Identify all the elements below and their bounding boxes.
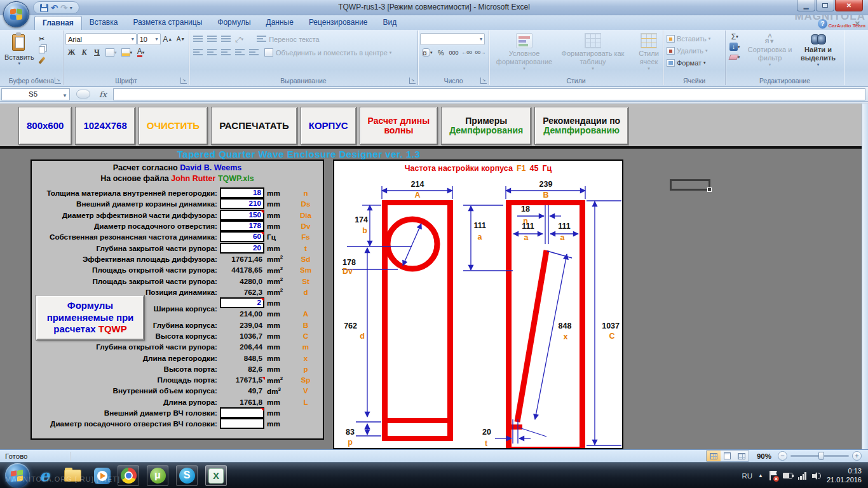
- windows-explorer-icon[interactable]: [62, 465, 83, 486]
- excel-taskbar-icon[interactable]: X: [205, 465, 227, 486]
- name-box-dropdown-icon[interactable]: ▼: [62, 93, 67, 98]
- decrease-decimal-icon[interactable]: 00→: [474, 46, 487, 58]
- skype-icon[interactable]: S: [176, 465, 198, 486]
- zoom-track[interactable]: [790, 455, 849, 457]
- tab-вставка[interactable]: Вставка: [82, 16, 126, 30]
- tab-рецензирование[interactable]: Рецензирование: [301, 16, 376, 30]
- percent-button[interactable]: %: [435, 46, 447, 58]
- action-center-icon[interactable]: ✕: [769, 471, 777, 480]
- param-input[interactable]: [220, 407, 264, 418]
- increase-decimal-icon[interactable]: ←00: [460, 46, 473, 58]
- battery-icon[interactable]: [783, 473, 792, 478]
- macro-button[interactable]: РАСПЕЧАТАТЬ: [211, 107, 297, 145]
- tab-вид[interactable]: Вид: [376, 16, 405, 30]
- vertical-scrollbar[interactable]: [862, 104, 868, 449]
- delete-cells-button[interactable]: Удалить▾: [665, 44, 723, 57]
- conditional-formatting-button[interactable]: Условное форматирование▾: [491, 32, 557, 72]
- font-color-icon[interactable]: A▾: [135, 46, 147, 58]
- param-input[interactable]: 178: [220, 220, 264, 231]
- insert-function-icon[interactable]: fx: [99, 90, 107, 99]
- thousands-button[interactable]: 000: [447, 46, 459, 58]
- macro-button[interactable]: 1024X768: [75, 107, 135, 145]
- param-input[interactable]: 60: [220, 231, 264, 242]
- dialog-launcher-icon[interactable]: ↘: [180, 78, 187, 84]
- increase-font-icon[interactable]: A▲: [161, 33, 174, 45]
- copy-icon[interactable]: [37, 45, 47, 54]
- office-button[interactable]: [3, 1, 29, 27]
- tab-разметка-страницы[interactable]: Разметка страницы: [125, 16, 210, 30]
- zoom-level[interactable]: 90%: [757, 452, 771, 460]
- italic-button[interactable]: К: [78, 46, 90, 58]
- formula-input[interactable]: [113, 88, 865, 100]
- format-as-table-button[interactable]: Форматировать как таблицу▾: [557, 32, 628, 72]
- align-left-icon[interactable]: [191, 46, 205, 58]
- param-input[interactable]: 2: [220, 297, 264, 308]
- chrome-icon[interactable]: [118, 465, 139, 486]
- cut-icon[interactable]: ✂: [37, 34, 47, 43]
- font-size-select[interactable]: 10▾: [137, 33, 161, 45]
- page-layout-view-button[interactable]: [721, 451, 735, 461]
- orientation-icon[interactable]: ⤢▾: [233, 33, 245, 45]
- param-input[interactable]: 18: [220, 187, 264, 198]
- sort-filter-button[interactable]: АЯ▼ Сортировка и фильтр▾: [745, 32, 796, 69]
- autosum-button[interactable]: Σ▾: [728, 32, 742, 41]
- macro-button[interactable]: ПримерыДемпфирования: [441, 107, 531, 145]
- macro-button[interactable]: 800x600: [18, 107, 72, 145]
- param-input[interactable]: 150: [220, 210, 264, 220]
- tab-данные[interactable]: Данные: [259, 16, 301, 30]
- selected-cell-outline[interactable]: [670, 179, 710, 191]
- tab-формулы[interactable]: Формулы: [210, 16, 258, 30]
- merge-center-button[interactable]: Объединить и поместить в центре▾: [262, 46, 393, 58]
- increase-indent-icon[interactable]: [247, 46, 261, 58]
- volume-icon[interactable]: [812, 472, 821, 480]
- tray-expand-icon[interactable]: ▲: [758, 473, 763, 478]
- page-break-view-button[interactable]: [735, 451, 749, 461]
- restore-button[interactable]: [816, 0, 834, 11]
- macro-button[interactable]: Рекомендации поДемпфированию: [534, 107, 628, 145]
- clear-button[interactable]: ▾: [728, 52, 742, 62]
- insert-cells-button[interactable]: Вставить▾: [665, 32, 723, 44]
- minimize-button[interactable]: ▁: [797, 0, 815, 11]
- zoom-in-button[interactable]: +: [852, 451, 862, 461]
- wrap-text-button[interactable]: Перенос текста: [255, 33, 322, 45]
- network-icon[interactable]: [798, 472, 806, 480]
- language-indicator[interactable]: RU: [742, 472, 752, 480]
- align-center-icon[interactable]: [205, 46, 219, 58]
- normal-view-button[interactable]: [707, 451, 721, 461]
- find-select-button[interactable]: Найти и выделить▾: [796, 32, 841, 69]
- paste-button[interactable]: Вставить▾: [2, 32, 37, 67]
- close-button[interactable]: ✕: [835, 0, 863, 11]
- formulas-box-button[interactable]: Формулы применяемые при расчетах TQWP: [36, 295, 144, 340]
- underline-button[interactable]: Ч: [91, 46, 103, 58]
- zoom-out-button[interactable]: −: [778, 451, 787, 461]
- borders-icon[interactable]: ▾: [104, 46, 119, 58]
- zoom-thumb[interactable]: [818, 452, 824, 460]
- currency-icon[interactable]: ¤▾: [420, 46, 434, 58]
- fill-button[interactable]: ↓▾: [728, 42, 742, 51]
- decrease-font-icon[interactable]: A▼: [175, 33, 187, 45]
- dialog-launcher-icon[interactable]: ↘: [480, 78, 487, 84]
- dialog-launcher-icon[interactable]: ↘: [409, 78, 416, 84]
- number-format-select[interactable]: ▾: [420, 33, 485, 45]
- decrease-indent-icon[interactable]: [233, 46, 247, 58]
- macro-button[interactable]: Расчет длиныволны: [360, 107, 438, 145]
- help-icon[interactable]: ?: [818, 19, 827, 29]
- bold-button[interactable]: Ж: [65, 46, 78, 58]
- align-middle-icon[interactable]: [205, 33, 219, 45]
- utorrent-icon[interactable]: µ: [147, 465, 168, 486]
- media-player-icon[interactable]: [92, 465, 113, 486]
- macro-button[interactable]: КОРПУС: [301, 107, 356, 145]
- param-input[interactable]: 210: [220, 198, 264, 209]
- format-cells-button[interactable]: Формат▾: [665, 57, 723, 69]
- name-box[interactable]: S5▼: [1, 88, 70, 100]
- clock[interactable]: 0:13 21.01.2016: [827, 467, 862, 485]
- font-family-select[interactable]: Arial▾: [65, 33, 137, 45]
- align-right-icon[interactable]: [219, 46, 233, 58]
- align-top-icon[interactable]: [191, 33, 205, 45]
- macro-button[interactable]: ОЧИСТИТЬ: [139, 107, 208, 145]
- internet-explorer-icon[interactable]: e: [34, 465, 55, 486]
- dialog-launcher-icon[interactable]: ↘: [55, 78, 61, 84]
- fill-color-icon[interactable]: ▾: [119, 46, 135, 58]
- start-button[interactable]: [5, 463, 30, 488]
- param-input[interactable]: [220, 418, 264, 429]
